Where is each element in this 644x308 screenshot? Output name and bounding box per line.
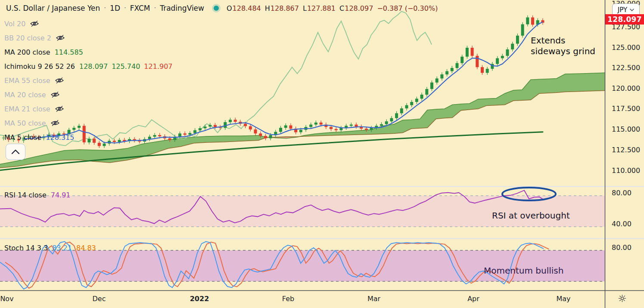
tradingview-chart-window: U.S. Dollar / Japanese Yen · 1D · FXCM ·… <box>0 0 644 308</box>
indicator-value: 128.315 <box>46 133 74 142</box>
low-value: 127.881 <box>307 4 336 12</box>
indicator-values: 114.585 <box>55 48 83 56</box>
price-tick: 40.00 <box>612 220 632 228</box>
header-separator: · <box>153 4 156 12</box>
indicator-value: 125.740 <box>112 62 140 71</box>
collapse-legend-button[interactable] <box>6 144 25 160</box>
price-axis[interactable]: 130.000127.500125.000122.500120.000117.5… <box>605 0 644 291</box>
rsi-value: 74.91 <box>51 191 71 199</box>
indicator-label: MA 200 close <box>4 48 50 56</box>
stoch-k-value: 83.21 <box>52 244 72 252</box>
exchange-label[interactable]: FXCM <box>130 4 150 12</box>
indicator-label: Vol 20 <box>4 20 25 28</box>
time-tick: Mar <box>367 295 380 303</box>
high-letter: H <box>265 4 270 12</box>
price-tick: 110.000 <box>612 166 640 175</box>
eye-off-icon[interactable] <box>56 34 65 41</box>
change-value: −0.387 (−0.30%) <box>377 4 438 12</box>
ohlc-readout: O128.484 H128.867 L127.881 C128.097 −0.3… <box>227 4 438 12</box>
legend-row-ema-21-close[interactable]: EMA 21 close <box>4 104 64 114</box>
indicator-label: MA 20 close <box>4 91 46 99</box>
indicator-value: 121.907 <box>144 62 172 71</box>
indicator-values: 128.315 <box>46 133 74 142</box>
annotation-extends-sideways: Extends sideways grind <box>531 35 595 57</box>
stoch-d-value: 84.83 <box>76 244 96 252</box>
legend-row-ma-5-close[interactable]: MA 5 close128.315 <box>4 132 74 142</box>
eye-off-icon[interactable] <box>50 91 60 98</box>
time-tick: Nov <box>0 295 13 303</box>
rsi-legend-row[interactable]: RSI 14 close 74.91 <box>4 191 71 199</box>
legend-row-vol-20[interactable]: Vol 20 <box>4 19 39 28</box>
rsi-label: RSI 14 close <box>4 191 47 199</box>
annotation-momentum-bullish: Momentum bullish <box>484 265 563 276</box>
price-tick: 112.500 <box>612 146 640 154</box>
eye-off-icon[interactable] <box>55 105 64 112</box>
time-tick: May <box>556 295 570 303</box>
legend-row-ma-200-close[interactable]: MA 200 close114.585 <box>4 47 83 57</box>
price-tick: 122.500 <box>612 64 640 72</box>
symbol-title[interactable]: U.S. Dollar / Japanese Yen <box>6 4 100 12</box>
legend-row-ma-20-close[interactable]: MA 20 close <box>4 90 60 99</box>
indicator-label: MA 50 close <box>4 119 46 127</box>
price-tick: 80.00 <box>612 189 632 197</box>
open-value: 128.484 <box>233 4 261 12</box>
legend-row-bb-20-close-2[interactable]: BB 20 close 2 <box>4 33 65 43</box>
stoch-legend-row[interactable]: Stoch 14 3 3 83.21 84.83 <box>4 244 96 252</box>
indicator-value: 114.585 <box>55 48 83 56</box>
price-tick: 120.000 <box>612 84 640 92</box>
last-price-tag: 128.097 <box>605 14 644 25</box>
indicator-label: EMA 55 close <box>4 77 50 85</box>
legend-row-ema-55-close[interactable]: EMA 55 close <box>4 76 64 85</box>
high-value: 128.867 <box>271 4 299 12</box>
eye-off-icon[interactable] <box>55 77 64 84</box>
annotation-line1: Extends <box>531 35 595 46</box>
eye-off-icon[interactable] <box>30 20 39 27</box>
header-separator: · <box>124 4 127 12</box>
header-separator: · <box>103 4 106 12</box>
open-letter: O <box>227 4 232 12</box>
time-axis[interactable]: NovDec2022FebMarAprMay ☼ <box>0 291 644 308</box>
price-tick: 125.000 <box>612 43 640 52</box>
indicator-value: 128.097 <box>79 62 108 71</box>
indicator-label: Ichimoku 9 26 52 26 <box>4 62 75 71</box>
platform-label[interactable]: TradingView <box>160 4 204 12</box>
close-letter: C <box>339 4 344 12</box>
market-status-icon[interactable] <box>214 6 219 11</box>
price-tick: 80.00 <box>612 243 632 252</box>
legend-row-ichimoku-9-26-52-26[interactable]: Ichimoku 9 26 52 26128.097125.740121.907 <box>4 62 173 71</box>
chevron-down-icon <box>630 9 634 11</box>
time-tick: 2022 <box>190 295 209 303</box>
time-tick: Dec <box>93 295 106 303</box>
low-letter: L <box>303 4 307 12</box>
annotation-rsi-overbought: RSI at overbought <box>492 210 570 221</box>
time-tick: Feb <box>282 295 294 303</box>
indicator-values: 128.097125.740121.907 <box>79 62 173 71</box>
price-tick: 115.000 <box>612 125 640 133</box>
price-tick: 117.500 <box>612 105 640 113</box>
stoch-label: Stoch 14 3 3 <box>4 244 48 252</box>
indicator-label: EMA 21 close <box>4 105 50 113</box>
time-tick: Apr <box>467 295 479 303</box>
sun-icon[interactable]: ☼ <box>618 293 627 304</box>
chart-header: U.S. Dollar / Japanese Yen · 1D · FXCM ·… <box>6 3 438 14</box>
indicator-label: BB 20 close 2 <box>4 34 51 42</box>
timeframe-label[interactable]: 1D <box>110 4 120 12</box>
indicator-label: MA 5 close <box>4 133 41 142</box>
close-value: 128.097 <box>345 4 373 12</box>
eye-off-icon[interactable] <box>50 120 60 126</box>
currency-label: JPY <box>618 6 627 14</box>
legend-row-ma-50-close[interactable]: MA 50 close <box>4 118 60 128</box>
chevron-up-icon <box>11 149 20 155</box>
annotation-line2: sideways grind <box>531 46 595 57</box>
